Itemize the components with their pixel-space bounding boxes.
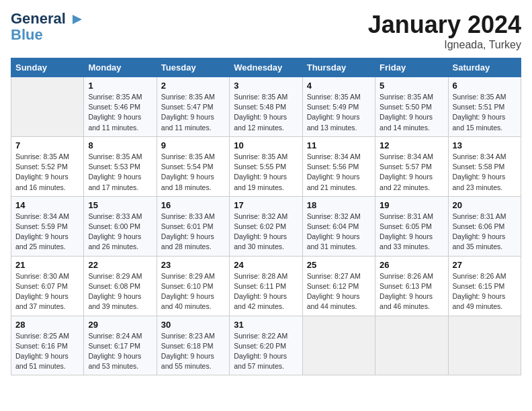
day-info: Sunrise: 8:25 AMSunset: 6:16 PMDaylight:… xyxy=(15,331,79,372)
day-info: Sunrise: 8:34 AMSunset: 5:59 PMDaylight:… xyxy=(15,212,79,253)
day-number: 31 xyxy=(234,320,298,330)
calendar-cell: 3Sunrise: 8:35 AMSunset: 5:48 PMDaylight… xyxy=(230,77,302,137)
day-info: Sunrise: 8:32 AMSunset: 6:04 PMDaylight:… xyxy=(307,212,371,253)
day-number: 12 xyxy=(380,140,443,150)
calendar-table: SundayMondayTuesdayWednesdayThursdayFrid… xyxy=(11,58,521,375)
calendar-cell xyxy=(302,316,375,375)
day-number: 24 xyxy=(234,260,298,270)
logo-text-line1: General xyxy=(11,11,83,27)
column-header-thursday: Thursday xyxy=(302,58,375,77)
day-info: Sunrise: 8:30 AMSunset: 6:07 PMDaylight:… xyxy=(15,271,79,312)
calendar-subtitle: Igneada, Turkey xyxy=(368,39,521,51)
calendar-cell: 31Sunrise: 8:22 AMSunset: 6:20 PMDayligh… xyxy=(230,316,302,375)
day-number: 27 xyxy=(453,260,517,270)
calendar-cell: 8Sunrise: 8:35 AMSunset: 5:53 PMDaylight… xyxy=(84,136,157,196)
day-number: 3 xyxy=(234,81,298,91)
page-header: General Blue January 2024 Igneada, Turke… xyxy=(11,11,521,51)
day-number: 21 xyxy=(15,260,79,270)
day-number: 10 xyxy=(234,140,298,150)
day-info: Sunrise: 8:31 AMSunset: 6:05 PMDaylight:… xyxy=(380,212,443,253)
column-header-monday: Monday xyxy=(84,58,157,77)
day-info: Sunrise: 8:32 AMSunset: 6:02 PMDaylight:… xyxy=(234,212,298,253)
column-header-saturday: Saturday xyxy=(448,58,521,77)
day-info: Sunrise: 8:35 AMSunset: 5:49 PMDaylight:… xyxy=(307,92,371,133)
day-info: Sunrise: 8:24 AMSunset: 6:17 PMDaylight:… xyxy=(88,331,152,372)
day-number: 13 xyxy=(453,140,517,150)
day-number: 25 xyxy=(307,260,371,270)
day-info: Sunrise: 8:22 AMSunset: 6:20 PMDaylight:… xyxy=(234,331,298,372)
day-info: Sunrise: 8:33 AMSunset: 6:00 PMDaylight:… xyxy=(88,212,152,253)
calendar-cell: 5Sunrise: 8:35 AMSunset: 5:50 PMDaylight… xyxy=(375,77,448,137)
title-block: January 2024 Igneada, Turkey xyxy=(368,11,521,51)
calendar-cell: 19Sunrise: 8:31 AMSunset: 6:05 PMDayligh… xyxy=(375,196,448,256)
calendar-cell xyxy=(375,316,448,375)
calendar-cell xyxy=(11,77,84,137)
day-info: Sunrise: 8:23 AMSunset: 6:18 PMDaylight:… xyxy=(161,331,225,372)
calendar-cell: 17Sunrise: 8:32 AMSunset: 6:02 PMDayligh… xyxy=(230,196,302,256)
calendar-cell: 24Sunrise: 8:28 AMSunset: 6:11 PMDayligh… xyxy=(230,256,302,316)
day-number: 30 xyxy=(161,320,225,330)
day-number: 2 xyxy=(161,81,225,91)
day-number: 9 xyxy=(161,140,225,150)
column-header-wednesday: Wednesday xyxy=(230,58,302,77)
logo: General Blue xyxy=(11,11,83,43)
svg-marker-0 xyxy=(73,15,82,24)
day-info: Sunrise: 8:35 AMSunset: 5:51 PMDaylight:… xyxy=(453,92,517,133)
calendar-header-row: SundayMondayTuesdayWednesdayThursdayFrid… xyxy=(11,58,521,77)
day-number: 20 xyxy=(453,200,517,210)
day-number: 26 xyxy=(380,260,443,270)
day-number: 16 xyxy=(161,200,225,210)
logo-icon xyxy=(71,13,83,26)
day-number: 7 xyxy=(15,140,79,150)
day-number: 19 xyxy=(380,200,443,210)
column-header-tuesday: Tuesday xyxy=(157,58,229,77)
day-info: Sunrise: 8:35 AMSunset: 5:52 PMDaylight:… xyxy=(15,152,79,193)
calendar-cell: 23Sunrise: 8:29 AMSunset: 6:10 PMDayligh… xyxy=(157,256,229,316)
day-number: 22 xyxy=(88,260,152,270)
calendar-cell: 1Sunrise: 8:35 AMSunset: 5:46 PMDaylight… xyxy=(84,77,157,137)
day-number: 28 xyxy=(15,320,79,330)
calendar-cell: 13Sunrise: 8:34 AMSunset: 5:58 PMDayligh… xyxy=(448,136,521,196)
calendar-cell: 26Sunrise: 8:26 AMSunset: 6:13 PMDayligh… xyxy=(375,256,448,316)
calendar-cell: 9Sunrise: 8:35 AMSunset: 5:54 PMDaylight… xyxy=(157,136,229,196)
logo-text-line2: Blue xyxy=(11,27,43,43)
day-info: Sunrise: 8:35 AMSunset: 5:55 PMDaylight:… xyxy=(234,152,298,193)
calendar-cell: 20Sunrise: 8:31 AMSunset: 6:06 PMDayligh… xyxy=(448,196,521,256)
day-number: 15 xyxy=(88,200,152,210)
day-info: Sunrise: 8:26 AMSunset: 6:13 PMDaylight:… xyxy=(380,271,443,312)
column-header-friday: Friday xyxy=(375,58,448,77)
day-info: Sunrise: 8:35 AMSunset: 5:54 PMDaylight:… xyxy=(161,152,225,193)
day-info: Sunrise: 8:35 AMSunset: 5:46 PMDaylight:… xyxy=(88,92,152,133)
day-info: Sunrise: 8:29 AMSunset: 6:10 PMDaylight:… xyxy=(161,271,225,312)
calendar-cell: 16Sunrise: 8:33 AMSunset: 6:01 PMDayligh… xyxy=(157,196,229,256)
day-info: Sunrise: 8:33 AMSunset: 6:01 PMDaylight:… xyxy=(161,212,225,253)
calendar-week-row: 7Sunrise: 8:35 AMSunset: 5:52 PMDaylight… xyxy=(11,136,521,196)
calendar-cell: 21Sunrise: 8:30 AMSunset: 6:07 PMDayligh… xyxy=(11,256,84,316)
calendar-cell: 6Sunrise: 8:35 AMSunset: 5:51 PMDaylight… xyxy=(448,77,521,137)
day-number: 5 xyxy=(380,81,443,91)
column-header-sunday: Sunday xyxy=(11,58,84,77)
calendar-cell: 25Sunrise: 8:27 AMSunset: 6:12 PMDayligh… xyxy=(302,256,375,316)
day-number: 4 xyxy=(307,81,371,91)
calendar-cell: 10Sunrise: 8:35 AMSunset: 5:55 PMDayligh… xyxy=(230,136,302,196)
calendar-cell: 11Sunrise: 8:34 AMSunset: 5:56 PMDayligh… xyxy=(302,136,375,196)
day-number: 14 xyxy=(15,200,79,210)
calendar-cell: 22Sunrise: 8:29 AMSunset: 6:08 PMDayligh… xyxy=(84,256,157,316)
day-info: Sunrise: 8:31 AMSunset: 6:06 PMDaylight:… xyxy=(453,212,517,253)
calendar-cell: 12Sunrise: 8:34 AMSunset: 5:57 PMDayligh… xyxy=(375,136,448,196)
day-number: 6 xyxy=(453,81,517,91)
calendar-cell xyxy=(448,316,521,375)
calendar-cell: 2Sunrise: 8:35 AMSunset: 5:47 PMDaylight… xyxy=(157,77,229,137)
calendar-cell: 7Sunrise: 8:35 AMSunset: 5:52 PMDaylight… xyxy=(11,136,84,196)
calendar-cell: 15Sunrise: 8:33 AMSunset: 6:00 PMDayligh… xyxy=(84,196,157,256)
day-number: 18 xyxy=(307,200,371,210)
day-info: Sunrise: 8:35 AMSunset: 5:50 PMDaylight:… xyxy=(380,92,443,133)
calendar-cell: 27Sunrise: 8:26 AMSunset: 6:15 PMDayligh… xyxy=(448,256,521,316)
calendar-title: January 2024 xyxy=(368,11,521,39)
calendar-week-row: 1Sunrise: 8:35 AMSunset: 5:46 PMDaylight… xyxy=(11,77,521,137)
day-number: 29 xyxy=(88,320,152,330)
day-info: Sunrise: 8:34 AMSunset: 5:56 PMDaylight:… xyxy=(307,152,371,193)
calendar-week-row: 21Sunrise: 8:30 AMSunset: 6:07 PMDayligh… xyxy=(11,256,521,316)
day-info: Sunrise: 8:35 AMSunset: 5:48 PMDaylight:… xyxy=(234,92,298,133)
calendar-cell: 14Sunrise: 8:34 AMSunset: 5:59 PMDayligh… xyxy=(11,196,84,256)
